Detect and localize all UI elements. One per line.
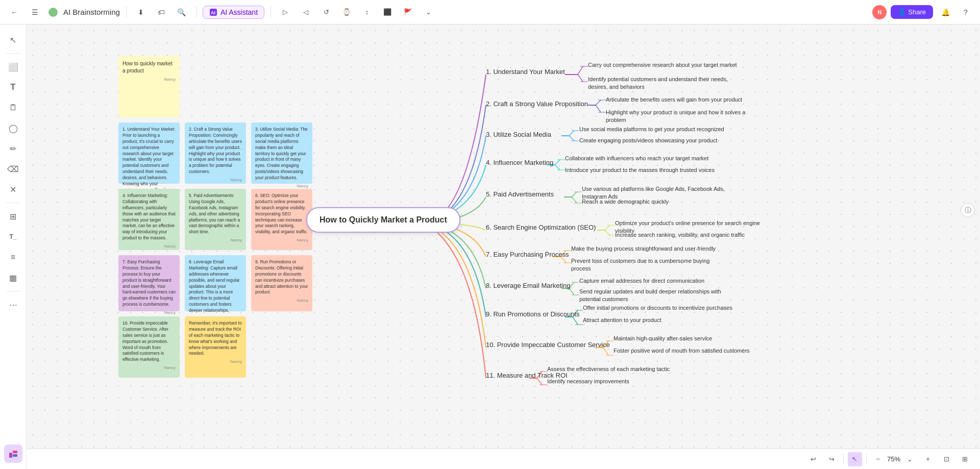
- branch-8-detail-1: Capture email addresses for direct commu…: [579, 277, 704, 285]
- sticky-note-4-text: 3. Utilize Social Media: The popularity …: [255, 127, 308, 181]
- plugin-icon: [8, 449, 18, 459]
- sidebar-item-connector[interactable]: ✕: [4, 180, 22, 199]
- canvas[interactable]: How to quickly market a product Nancy 1.…: [27, 24, 980, 449]
- sidebar-item-frame[interactable]: ⬜: [4, 58, 22, 76]
- sidebar-item-cursor[interactable]: ↖: [4, 31, 22, 49]
- toolbar-right: N 👤 Share 🔔 ?: [872, 4, 974, 20]
- branch-1-detail-2: Identify potential customers and underst…: [588, 76, 746, 91]
- share-button[interactable]: 👤 Share: [891, 5, 933, 19]
- branch-10-detail-1: Maintain high-quality after-sales servic…: [614, 335, 712, 342]
- app-logo-icon: [47, 6, 59, 18]
- sticky-note-8[interactable]: 7. Easy Purchasing Process: Ensure the p…: [118, 255, 180, 311]
- zoom-in-button[interactable]: +: [921, 452, 935, 466]
- sidebar-item-dots[interactable]: ⋯: [4, 295, 22, 314]
- search-button[interactable]: 🔍: [174, 4, 190, 20]
- sticky-note-3[interactable]: 2. Craft a Strong Value Proposition: Con…: [185, 122, 246, 184]
- sticky-note-7[interactable]: 6. SEO: Optimize your product's online p…: [251, 189, 312, 250]
- tool-btn-1[interactable]: ▷: [277, 4, 293, 20]
- sticky-note-12-text: Remember, it's important to measure and …: [189, 320, 242, 357]
- tool-btn-4[interactable]: ⌚: [338, 4, 355, 20]
- svg-point-1: [51, 10, 56, 15]
- branch-3-detail-2: Create engaging posts/videos showcasing …: [579, 137, 717, 144]
- download-button[interactable]: ⬇: [133, 4, 149, 20]
- central-node[interactable]: How to Quickly Market a Product: [306, 207, 460, 233]
- sticky-note-11-text: 10. Provide Impeccable Customer Service.…: [122, 320, 176, 363]
- branch-10[interactable]: 10. Provide Impeccable Customer Service: [486, 341, 610, 349]
- branch-6[interactable]: 6. Search Engine Optimization (SEO): [486, 224, 596, 231]
- branch-2-detail-2: Highlight why your product is unique and…: [606, 109, 764, 125]
- tool-btn-8[interactable]: ⌄: [420, 4, 436, 20]
- sidebar-item-plugin[interactable]: [4, 445, 22, 463]
- zoom-out-button[interactable]: −: [871, 452, 885, 466]
- sticky-note-5[interactable]: 4. Influencer Marketing: Collaborating w…: [118, 189, 180, 250]
- sticky-note-3-text: 2. Craft a Strong Value Proposition: Con…: [189, 127, 242, 175]
- branch-1-label: 1. Understand Your Market: [486, 68, 565, 76]
- branch-7[interactable]: 7. Easy Purchasing Process: [486, 251, 569, 258]
- sidebar-item-text[interactable]: T: [4, 78, 22, 96]
- branch-2[interactable]: 2. Craft a Strong Value Proposition: [486, 100, 588, 108]
- branch-3[interactable]: 3. Utilize Social Media: [486, 131, 551, 138]
- cursor-tool-button[interactable]: ↖: [848, 452, 862, 466]
- branch-1[interactable]: 1. Understand Your Market: [486, 68, 565, 76]
- notification-button[interactable]: 🔔: [937, 4, 953, 20]
- fit-screen-button[interactable]: ⊡: [939, 452, 953, 466]
- tool-btn-2[interactable]: ◁: [298, 4, 314, 20]
- bottom-toolbar: ↩ ↪ ↖ − 75% ⌄ + ⊡ ⊞: [27, 449, 980, 469]
- branch-9-detail-2: Attract attention to your product: [583, 316, 661, 324]
- fullscreen-button[interactable]: ⊞: [958, 452, 972, 466]
- sticky-note-1[interactable]: How to quickly market a product Nancy: [118, 56, 180, 117]
- sticky-note-5-text: 4. Influencer Marketing: Collaborating w…: [122, 193, 176, 241]
- toolbar-divider-3: [271, 6, 271, 18]
- sticky-note-10[interactable]: 9. Run Promotions or Discounts: Offering…: [251, 255, 312, 311]
- sticky-note-2[interactable]: 1. Understand Your Market: Prior to laun…: [118, 122, 180, 184]
- undo-button[interactable]: ↩: [806, 452, 821, 466]
- sticky-note-6[interactable]: 5. Paid Advertisements: Using Google Ads…: [185, 189, 246, 250]
- sidebar-item-pen[interactable]: ✏: [4, 139, 22, 158]
- tool-btn-3[interactable]: ↺: [318, 4, 334, 20]
- branch-10-label: 10. Provide Impeccable Customer Service: [486, 341, 610, 349]
- info-button[interactable]: ⓘ: [961, 203, 975, 217]
- bottom-divider-2: [866, 454, 867, 464]
- tool-btn-6[interactable]: ⬛: [379, 4, 396, 20]
- help-button[interactable]: ?: [958, 4, 974, 20]
- menu-button[interactable]: ☰: [27, 4, 43, 20]
- tool-btn-5[interactable]: ↕: [359, 4, 375, 20]
- tool-btn-7[interactable]: 🚩: [400, 4, 416, 20]
- branch-8[interactable]: 8. Leverage Email Marketing: [486, 282, 570, 289]
- sticky-note-9[interactable]: 8. Leverage Email Marketing: Capture ema…: [185, 255, 246, 311]
- branch-5[interactable]: 5. Paid Advertisements: [486, 190, 554, 198]
- branch-1-detail-1: Carry out comprehensive research about y…: [588, 61, 737, 69]
- branch-9-detail-1: Offer initial promotions or discounts to…: [583, 304, 732, 312]
- svg-rect-6: [13, 454, 17, 457]
- sticky-note-1-author: Nancy: [122, 77, 176, 82]
- back-button[interactable]: ←: [6, 4, 22, 20]
- sidebar-item-grid[interactable]: ▦: [4, 268, 22, 287]
- ai-assistant-button[interactable]: AI AI Assistant: [203, 6, 264, 19]
- redo-button[interactable]: ↪: [825, 452, 839, 466]
- sidebar-item-shape[interactable]: ◯: [4, 119, 22, 137]
- sidebar-item-text2[interactable]: T_: [4, 228, 22, 246]
- app-title: AI Brainstorming: [63, 8, 120, 16]
- sticky-note-11[interactable]: 10. Provide Impeccable Customer Service.…: [118, 316, 180, 378]
- sticky-note-3-author: Nancy: [189, 177, 242, 183]
- sticky-note-4-author: Nancy: [255, 183, 308, 189]
- branch-3-detail-1: Use social media platforms to get your p…: [579, 126, 724, 133]
- branch-6-label: 6. Search Engine Optimization (SEO): [486, 224, 596, 231]
- sidebar-item-eraser[interactable]: ⌫: [4, 160, 22, 178]
- branch-9-label: 9. Run Promotions or Discounts: [486, 310, 580, 318]
- sidebar-item-sticky[interactable]: 🗒: [4, 98, 22, 117]
- zoom-dropdown-button[interactable]: ⌄: [902, 452, 917, 466]
- svg-text:AI: AI: [211, 10, 215, 15]
- sticky-note-8-text: 7. Easy Purchasing Process: Ensure the p…: [122, 259, 176, 308]
- branch-10-detail-2: Foster positive word of mouth from satis…: [614, 347, 750, 355]
- branch-4[interactable]: 4. Influencer Marketing: [486, 159, 553, 166]
- sidebar-item-table[interactable]: ⊞: [4, 207, 22, 226]
- sticky-note-12[interactable]: Remember, it's important to measure and …: [185, 316, 246, 378]
- sticky-note-4[interactable]: 3. Utilize Social Media: The popularity …: [251, 122, 312, 184]
- toolbar-divider-2: [196, 6, 197, 18]
- sidebar-sep-1: [6, 53, 20, 54]
- branch-3-label: 3. Utilize Social Media: [486, 131, 551, 138]
- branch-9[interactable]: 9. Run Promotions or Discounts: [486, 310, 580, 318]
- sidebar-item-list[interactable]: ≡: [4, 248, 22, 266]
- tag-button[interactable]: 🏷: [153, 4, 169, 20]
